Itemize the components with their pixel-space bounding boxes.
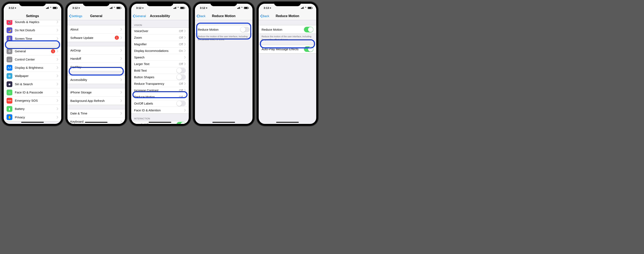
status-time: 3:13 bbox=[264, 6, 269, 10]
chevron-icon bbox=[184, 82, 186, 85]
hourglass-icon: ⏳ bbox=[6, 36, 12, 41]
row-autoplay-message-effects[interactable]: Auto-Play Message Effects bbox=[259, 45, 316, 53]
on-off-labels-switch[interactable] bbox=[176, 101, 186, 106]
button-shapes-switch[interactable] bbox=[176, 74, 186, 80]
chevron-icon bbox=[57, 58, 58, 61]
row-siri-search[interactable]: ◉Siri & Search bbox=[4, 80, 61, 88]
chevron-icon bbox=[184, 63, 186, 65]
row-faceid-passcode[interactable]: ☺Face ID & Passcode bbox=[4, 88, 61, 97]
location-icon: ➤ bbox=[14, 7, 16, 9]
chevron-icon bbox=[120, 57, 122, 60]
row-about[interactable]: About bbox=[68, 25, 125, 34]
home-indicator[interactable] bbox=[85, 122, 108, 123]
row-handoff[interactable]: Handoff bbox=[68, 55, 125, 63]
row-increase-contrast[interactable]: Increase ContrastOff bbox=[131, 87, 189, 94]
chevron-icon bbox=[184, 56, 186, 59]
nav-bar: Back Reduce Motion bbox=[195, 12, 252, 20]
phone-3: 3:12➤ ⌃ General Accessibility VISION Voi… bbox=[129, 2, 191, 126]
row-software-update[interactable]: Software Update1 bbox=[68, 34, 125, 42]
wifi-icon: ⌃ bbox=[241, 6, 243, 10]
row-bold-text[interactable]: Bold Text bbox=[131, 67, 189, 74]
row-control-center[interactable]: ⚏Control Center bbox=[4, 55, 61, 64]
row-emergency-sos[interactable]: SOSEmergency SOS bbox=[4, 97, 61, 105]
row-sounds-haptics[interactable]: 🔊Sounds & Haptics bbox=[4, 20, 61, 26]
home-indicator[interactable] bbox=[21, 122, 44, 123]
reduce-motion-switch[interactable] bbox=[240, 27, 250, 32]
row-display-accommodations[interactable]: Display AccommodationsOn bbox=[131, 48, 189, 54]
row-reduce-transparency[interactable]: Reduce TransparencyOff bbox=[131, 81, 189, 87]
wifi-icon: ⌃ bbox=[177, 6, 179, 10]
nav-bar: Settings bbox=[4, 12, 61, 20]
row-screen-time[interactable]: ⏳Screen Time bbox=[4, 34, 61, 43]
row-keyboard[interactable]: Keyboard bbox=[68, 118, 125, 124]
row-zoom[interactable]: ZoomOff bbox=[131, 34, 189, 41]
home-indicator[interactable] bbox=[212, 122, 235, 123]
chevron-icon bbox=[120, 78, 122, 81]
row-button-shapes[interactable]: Button Shapes bbox=[131, 74, 189, 81]
row-magnifier[interactable]: MagnifierOff bbox=[131, 41, 189, 48]
faceid-icon: ☺ bbox=[6, 90, 12, 95]
reduce-motion-switch[interactable] bbox=[304, 27, 313, 32]
section-header-vision: VISION bbox=[131, 20, 189, 28]
wifi-icon: ⌃ bbox=[50, 6, 52, 10]
page-title: Reduce Motion bbox=[276, 14, 300, 18]
row-speech[interactable]: Speech bbox=[131, 54, 189, 61]
row-larger-text[interactable]: Larger TextOff bbox=[131, 61, 189, 67]
row-dnd[interactable]: 🌙Do Not Disturb bbox=[4, 26, 61, 34]
nav-bar: Settings General bbox=[68, 12, 125, 20]
chevron-icon bbox=[184, 49, 186, 52]
chevron-icon bbox=[120, 99, 122, 102]
home-indicator[interactable] bbox=[276, 122, 299, 123]
back-button[interactable]: Back bbox=[260, 14, 269, 18]
page-title: General bbox=[90, 14, 102, 18]
signal-icon bbox=[46, 7, 49, 9]
row-privacy[interactable]: ✋Privacy bbox=[4, 113, 61, 121]
chevron-icon bbox=[184, 96, 186, 98]
row-faceid-attention[interactable]: Face ID & Attention bbox=[131, 107, 189, 113]
row-carplay[interactable]: CarPlay bbox=[68, 63, 125, 71]
battery-icon bbox=[180, 7, 185, 9]
nav-bar: General Accessibility bbox=[131, 12, 189, 20]
sounds-icon: 🔊 bbox=[6, 20, 12, 25]
signal-icon bbox=[237, 7, 240, 9]
back-button[interactable]: General bbox=[132, 14, 146, 18]
row-battery[interactable]: ▮Battery bbox=[4, 105, 61, 113]
back-button[interactable]: Back bbox=[196, 14, 206, 18]
row-reduce-motion[interactable]: Reduce MotionOff bbox=[131, 94, 189, 100]
phone-1: 3:12➤ ⌃ Settings 🔊Sounds & Haptics 🌙Do N… bbox=[2, 2, 63, 126]
row-background-app-refresh[interactable]: Background App Refresh bbox=[68, 97, 125, 105]
phone-2: 3:12➤ ⌃ Settings General About Software … bbox=[66, 2, 127, 126]
row-voiceover[interactable]: VoiceOverOff bbox=[131, 28, 189, 34]
signal-icon bbox=[110, 7, 112, 9]
notch bbox=[210, 2, 237, 6]
page-title: Reduce Motion bbox=[212, 14, 236, 18]
row-on-off-labels[interactable]: On/Off Labels bbox=[131, 100, 189, 107]
chevron-icon bbox=[184, 30, 186, 32]
autoplay-effects-switch[interactable] bbox=[304, 46, 313, 52]
row-display-brightness[interactable]: AADisplay & Brightness bbox=[4, 64, 61, 72]
row-date-time[interactable]: Date & Time bbox=[68, 109, 125, 118]
row-wallpaper[interactable]: ✿Wallpaper bbox=[4, 72, 61, 80]
chevron-icon bbox=[57, 75, 58, 77]
row-iphone-storage[interactable]: iPhone Storage bbox=[68, 88, 125, 97]
location-icon: ➤ bbox=[270, 7, 271, 9]
location-icon: ➤ bbox=[142, 7, 144, 9]
signal-icon bbox=[301, 7, 304, 9]
chevron-icon bbox=[120, 28, 122, 31]
back-button[interactable]: Settings bbox=[69, 14, 82, 18]
reachability-switch[interactable] bbox=[176, 122, 186, 124]
moon-icon: 🌙 bbox=[6, 27, 12, 33]
row-airdrop[interactable]: AirDrop bbox=[68, 46, 125, 55]
row-general[interactable]: ⚙General1 bbox=[4, 47, 61, 55]
nav-bar: Back Reduce Motion bbox=[259, 12, 316, 20]
bold-text-switch[interactable] bbox=[176, 68, 186, 73]
location-icon: ➤ bbox=[78, 7, 80, 9]
row-accessibility[interactable]: Accessibility bbox=[68, 76, 125, 84]
chevron-icon bbox=[120, 112, 122, 115]
battery-row-icon: ▮ bbox=[6, 106, 12, 112]
chevron-icon bbox=[120, 120, 122, 123]
home-indicator[interactable] bbox=[149, 122, 171, 123]
row-reduce-motion[interactable]: Reduce Motion bbox=[259, 25, 316, 34]
row-reduce-motion[interactable]: Reduce Motion bbox=[195, 25, 252, 34]
location-icon: ➤ bbox=[206, 7, 208, 9]
